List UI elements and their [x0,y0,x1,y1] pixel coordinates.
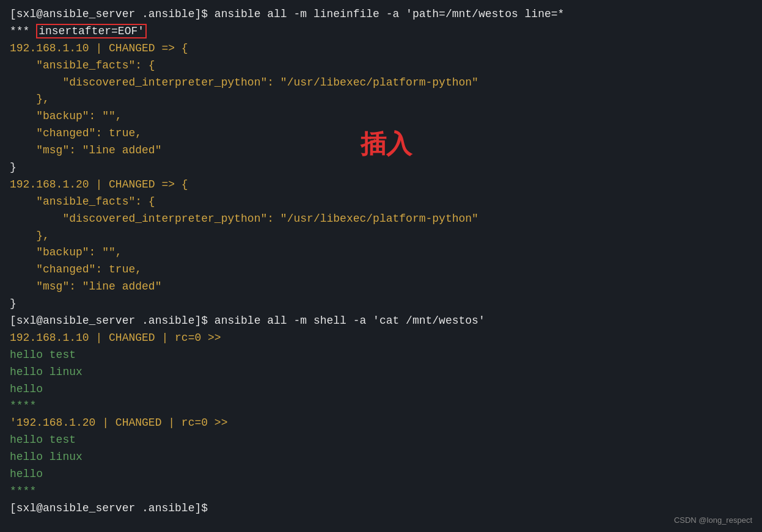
terminal-window: [sxl@ansible_server .ansible]$ ansible a… [0,0,762,532]
host2-backup: "backup": "", [10,244,752,261]
host1-close-brace: } [10,159,752,177]
ip2-hello-test: hello test [10,432,752,449]
host2-changed-line: 192.168.1.20 | CHANGED => { [10,177,752,194]
ip1-hello-linux: hello linux [10,364,752,381]
ip1-stars: **** [10,398,752,415]
host2-close-brace: } [10,296,752,313]
annotation-insert-label: 插入 [361,127,412,161]
host2-msg: "msg": "line added" [10,279,752,296]
host1-facts-close: }, [10,91,752,108]
host2-python: "discovered_interpreter_python": "/usr/l… [10,211,752,228]
ip2-changed-rc: '192.168.1.20 | CHANGED | rc=0 >> [10,415,752,432]
highlight-insertafter: insertafter=EOF' [36,24,147,38]
host1-changed-line: 192.168.1.10 | CHANGED => { [10,40,752,57]
ip1-hello: hello [10,381,752,398]
watermark: CSDN @long_respect [674,516,752,525]
final-prompt[interactable]: [sxl@ansible_server .ansible]$ [10,500,752,517]
ip2-hello: hello [10,466,752,483]
host1-backup: "backup": "", [10,108,752,125]
ip2-stars: **** [10,483,752,500]
host2-facts-open: "ansible_facts": { [10,194,752,211]
host1-facts-open: "ansible_facts": { [10,57,752,75]
host1-python: "discovered_interpreter_python": "/usr/l… [10,75,752,92]
cmd-line-2: [sxl@ansible_server .ansible]$ ansible a… [10,313,752,330]
ip2-hello-linux: hello linux [10,449,752,466]
ip1-changed-rc: 192.168.1.10 | CHANGED | rc=0 >> [10,330,752,347]
stars-line: *** insertafter=EOF' [10,23,752,40]
cmd-line-1: [sxl@ansible_server .ansible]$ ansible a… [10,6,752,23]
ip1-hello-test: hello test [10,347,752,364]
host2-changed-val: "changed": true, [10,261,752,279]
host2-facts-close: }, [10,228,752,245]
